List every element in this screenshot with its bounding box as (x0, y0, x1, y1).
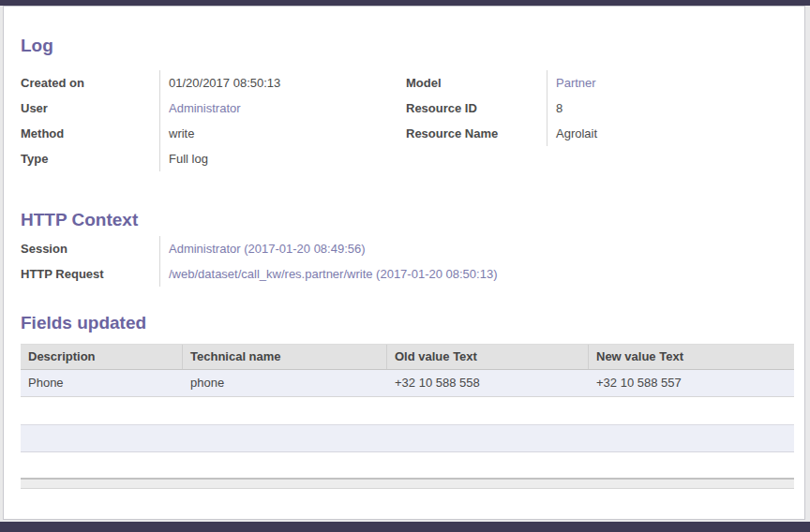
cell-description: Phone (21, 370, 183, 396)
log-section-title: Log (21, 36, 53, 56)
column-header-description[interactable]: Description (21, 345, 183, 369)
field-row-model: Model Partner (406, 70, 792, 96)
http-context-fields: Session Administrator (2017-01-20 08:49:… (21, 236, 639, 287)
field-row-user: User Administrator (21, 96, 396, 121)
field-row-resource-name: Resource Name Agrolait (406, 121, 792, 146)
field-row-created-on: Created on 01/20/2017 08:50:13 (21, 70, 396, 96)
window-bottom-accent-bar (0, 522, 810, 532)
user-label: User (21, 96, 159, 121)
field-row-resource-id: Resource ID 8 (406, 96, 792, 121)
fields-updated-table: Description Technical name Old value Tex… (21, 344, 794, 397)
log-fields-right: Model Partner Resource ID 8 Resource Nam… (406, 70, 792, 146)
empty-list-placeholder (21, 424, 794, 452)
column-header-new-value-text[interactable]: New value Text (589, 345, 794, 369)
table-row[interactable]: Phone phone +32 10 588 558 +32 10 588 55… (21, 370, 794, 397)
resource-name-value: Agrolait (547, 121, 792, 146)
resource-name-label: Resource Name (406, 121, 547, 146)
field-row-type: Type Full log (21, 146, 396, 171)
http-request-link[interactable]: /web/dataset/call_kw/res.partner/write (… (169, 267, 497, 281)
cell-technical-name: phone (183, 370, 387, 396)
created-on-value: 01/20/2017 08:50:13 (159, 70, 396, 96)
cell-new-value: +32 10 588 557 (589, 370, 794, 396)
fields-updated-section-title: Fields updated (21, 313, 146, 333)
method-label: Method (21, 121, 159, 146)
user-link[interactable]: Administrator (169, 101, 241, 115)
model-link[interactable]: Partner (556, 76, 596, 90)
table-header-row: Description Technical name Old value Tex… (21, 345, 794, 370)
resource-id-value: 8 (547, 96, 792, 121)
field-row-session: Session Administrator (2017-01-20 08:49:… (21, 236, 639, 261)
resource-id-label: Resource ID (406, 96, 547, 121)
resize-grip-bar (21, 478, 794, 489)
method-value: write (159, 121, 396, 146)
http-request-label: HTTP Request (21, 261, 159, 287)
field-row-http-request: HTTP Request /web/dataset/call_kw/res.pa… (21, 261, 639, 287)
type-value: Full log (159, 146, 396, 171)
session-label: Session (21, 236, 159, 261)
model-label: Model (406, 70, 547, 96)
column-header-old-value-text[interactable]: Old value Text (387, 345, 589, 369)
field-row-method: Method write (21, 121, 396, 146)
cell-old-value: +32 10 588 558 (387, 370, 589, 396)
session-link[interactable]: Administrator (2017-01-20 08:49:56) (169, 242, 366, 256)
column-header-technical-name[interactable]: Technical name (183, 345, 387, 369)
http-context-section-title: HTTP Context (21, 210, 138, 230)
type-label: Type (21, 146, 159, 171)
log-fields-left: Created on 01/20/2017 08:50:13 User Admi… (21, 70, 396, 171)
created-on-label: Created on (21, 70, 159, 96)
